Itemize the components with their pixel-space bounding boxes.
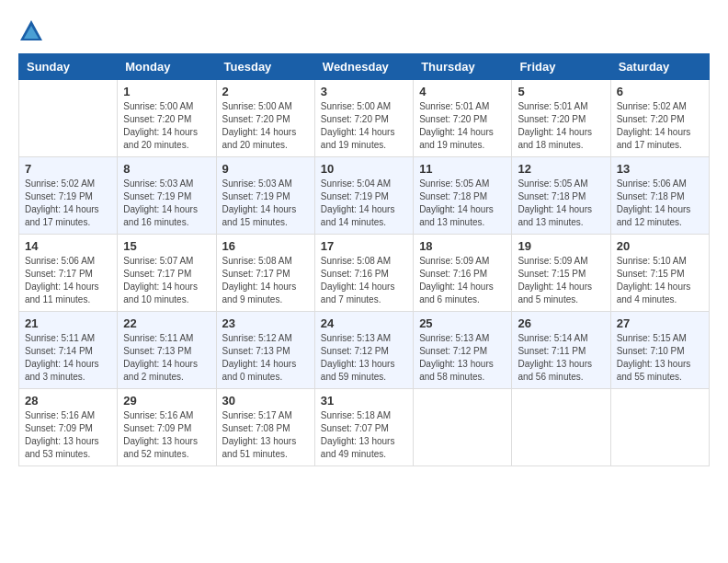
day-info: Sunrise: 5:09 AM Sunset: 7:16 PM Dayligh… [419, 255, 506, 306]
calendar-week-row: 28Sunrise: 5:16 AM Sunset: 7:09 PM Dayli… [19, 389, 710, 466]
day-number: 12 [518, 162, 604, 176]
day-number: 10 [321, 162, 407, 176]
day-number: 28 [25, 394, 111, 408]
page-header [18, 18, 710, 44]
day-info: Sunrise: 5:08 AM Sunset: 7:17 PM Dayligh… [222, 255, 309, 306]
day-number: 25 [419, 316, 506, 330]
column-header-monday: Monday [118, 54, 216, 80]
column-header-tuesday: Tuesday [216, 54, 314, 80]
calendar-week-row: 7Sunrise: 5:02 AM Sunset: 7:19 PM Daylig… [19, 157, 710, 235]
day-number: 9 [222, 162, 309, 176]
calendar-cell: 16Sunrise: 5:08 AM Sunset: 7:17 PM Dayli… [216, 235, 314, 312]
calendar-cell: 23Sunrise: 5:12 AM Sunset: 7:13 PM Dayli… [216, 312, 314, 389]
calendar-table: SundayMondayTuesdayWednesdayThursdayFrid… [18, 53, 710, 466]
calendar-cell: 28Sunrise: 5:16 AM Sunset: 7:09 PM Dayli… [19, 389, 118, 466]
calendar-cell: 27Sunrise: 5:15 AM Sunset: 7:10 PM Dayli… [610, 312, 709, 389]
column-header-wednesday: Wednesday [314, 54, 413, 80]
day-number: 4 [419, 85, 506, 98]
day-number: 11 [419, 162, 506, 176]
day-info: Sunrise: 5:11 AM Sunset: 7:13 PM Dayligh… [123, 332, 210, 384]
calendar-cell: 15Sunrise: 5:07 AM Sunset: 7:17 PM Dayli… [118, 235, 216, 312]
calendar-cell: 11Sunrise: 5:05 AM Sunset: 7:18 PM Dayli… [414, 157, 512, 235]
day-number: 16 [222, 239, 309, 253]
calendar-cell: 3Sunrise: 5:00 AM Sunset: 7:20 PM Daylig… [314, 80, 413, 157]
calendar-cell: 10Sunrise: 5:04 AM Sunset: 7:19 PM Dayli… [314, 157, 413, 235]
day-info: Sunrise: 5:04 AM Sunset: 7:19 PM Dayligh… [321, 178, 407, 229]
day-number: 21 [25, 316, 111, 330]
day-number: 2 [222, 85, 309, 98]
day-number: 1 [123, 85, 210, 98]
day-info: Sunrise: 5:15 AM Sunset: 7:10 PM Dayligh… [617, 332, 703, 384]
day-info: Sunrise: 5:05 AM Sunset: 7:18 PM Dayligh… [419, 178, 506, 229]
day-info: Sunrise: 5:03 AM Sunset: 7:19 PM Dayligh… [123, 178, 210, 229]
day-info: Sunrise: 5:03 AM Sunset: 7:19 PM Dayligh… [222, 178, 309, 229]
calendar-cell: 8Sunrise: 5:03 AM Sunset: 7:19 PM Daylig… [118, 157, 216, 235]
day-number: 24 [321, 316, 407, 330]
day-number: 19 [518, 239, 604, 253]
day-info: Sunrise: 5:00 AM Sunset: 7:20 PM Dayligh… [123, 100, 210, 152]
day-info: Sunrise: 5:00 AM Sunset: 7:20 PM Dayligh… [222, 100, 309, 152]
day-info: Sunrise: 5:14 AM Sunset: 7:11 PM Dayligh… [518, 332, 604, 384]
day-info: Sunrise: 5:16 AM Sunset: 7:09 PM Dayligh… [25, 409, 111, 461]
day-info: Sunrise: 5:08 AM Sunset: 7:16 PM Dayligh… [321, 255, 407, 306]
day-number: 15 [123, 239, 210, 253]
calendar-cell: 12Sunrise: 5:05 AM Sunset: 7:18 PM Dayli… [512, 157, 610, 235]
calendar-cell: 5Sunrise: 5:01 AM Sunset: 7:20 PM Daylig… [512, 80, 610, 157]
day-info: Sunrise: 5:07 AM Sunset: 7:17 PM Dayligh… [123, 255, 210, 306]
day-info: Sunrise: 5:13 AM Sunset: 7:12 PM Dayligh… [419, 332, 506, 384]
day-info: Sunrise: 5:09 AM Sunset: 7:15 PM Dayligh… [518, 255, 604, 306]
day-number: 18 [419, 239, 506, 253]
calendar-cell [414, 389, 512, 466]
logo [18, 18, 48, 44]
day-number: 27 [617, 316, 703, 330]
calendar-cell: 24Sunrise: 5:13 AM Sunset: 7:12 PM Dayli… [314, 312, 413, 389]
day-number: 31 [321, 394, 407, 408]
day-info: Sunrise: 5:06 AM Sunset: 7:17 PM Dayligh… [25, 255, 111, 306]
day-info: Sunrise: 5:10 AM Sunset: 7:15 PM Dayligh… [617, 255, 703, 306]
calendar-cell: 19Sunrise: 5:09 AM Sunset: 7:15 PM Dayli… [512, 235, 610, 312]
day-info: Sunrise: 5:06 AM Sunset: 7:18 PM Dayligh… [617, 178, 703, 229]
day-info: Sunrise: 5:01 AM Sunset: 7:20 PM Dayligh… [419, 100, 506, 152]
calendar-cell: 13Sunrise: 5:06 AM Sunset: 7:18 PM Dayli… [610, 157, 709, 235]
day-number: 26 [518, 316, 604, 330]
day-number: 14 [25, 239, 111, 253]
calendar-cell [610, 389, 709, 466]
day-info: Sunrise: 5:02 AM Sunset: 7:19 PM Dayligh… [25, 178, 111, 229]
day-number: 22 [123, 316, 210, 330]
day-number: 8 [123, 162, 210, 176]
day-number: 29 [123, 394, 210, 408]
day-info: Sunrise: 5:17 AM Sunset: 7:08 PM Dayligh… [222, 409, 309, 461]
day-info: Sunrise: 5:18 AM Sunset: 7:07 PM Dayligh… [321, 409, 407, 461]
day-number: 3 [321, 85, 407, 98]
calendar-week-row: 21Sunrise: 5:11 AM Sunset: 7:14 PM Dayli… [19, 312, 710, 389]
calendar-cell: 14Sunrise: 5:06 AM Sunset: 7:17 PM Dayli… [19, 235, 118, 312]
calendar-cell: 2Sunrise: 5:00 AM Sunset: 7:20 PM Daylig… [216, 80, 314, 157]
calendar-week-row: 1Sunrise: 5:00 AM Sunset: 7:20 PM Daylig… [19, 80, 710, 157]
calendar-week-row: 14Sunrise: 5:06 AM Sunset: 7:17 PM Dayli… [19, 235, 710, 312]
day-info: Sunrise: 5:05 AM Sunset: 7:18 PM Dayligh… [518, 178, 604, 229]
column-header-sunday: Sunday [19, 54, 118, 80]
calendar-cell: 20Sunrise: 5:10 AM Sunset: 7:15 PM Dayli… [610, 235, 709, 312]
calendar-cell: 30Sunrise: 5:17 AM Sunset: 7:08 PM Dayli… [216, 389, 314, 466]
day-info: Sunrise: 5:02 AM Sunset: 7:20 PM Dayligh… [617, 100, 703, 152]
calendar-cell: 21Sunrise: 5:11 AM Sunset: 7:14 PM Dayli… [19, 312, 118, 389]
calendar-cell: 29Sunrise: 5:16 AM Sunset: 7:09 PM Dayli… [118, 389, 216, 466]
day-info: Sunrise: 5:00 AM Sunset: 7:20 PM Dayligh… [321, 100, 407, 152]
day-number: 23 [222, 316, 309, 330]
logo-icon [18, 18, 44, 44]
calendar-cell: 22Sunrise: 5:11 AM Sunset: 7:13 PM Dayli… [118, 312, 216, 389]
column-header-thursday: Thursday [414, 54, 512, 80]
day-info: Sunrise: 5:11 AM Sunset: 7:14 PM Dayligh… [25, 332, 111, 384]
day-number: 6 [617, 85, 703, 98]
calendar-header-row: SundayMondayTuesdayWednesdayThursdayFrid… [19, 54, 710, 80]
day-number: 20 [617, 239, 703, 253]
calendar-cell: 31Sunrise: 5:18 AM Sunset: 7:07 PM Dayli… [314, 389, 413, 466]
column-header-friday: Friday [512, 54, 610, 80]
day-number: 5 [518, 85, 604, 98]
column-header-saturday: Saturday [610, 54, 709, 80]
calendar-cell [512, 389, 610, 466]
calendar-cell: 4Sunrise: 5:01 AM Sunset: 7:20 PM Daylig… [414, 80, 512, 157]
day-info: Sunrise: 5:13 AM Sunset: 7:12 PM Dayligh… [321, 332, 407, 384]
day-number: 30 [222, 394, 309, 408]
calendar-cell: 26Sunrise: 5:14 AM Sunset: 7:11 PM Dayli… [512, 312, 610, 389]
